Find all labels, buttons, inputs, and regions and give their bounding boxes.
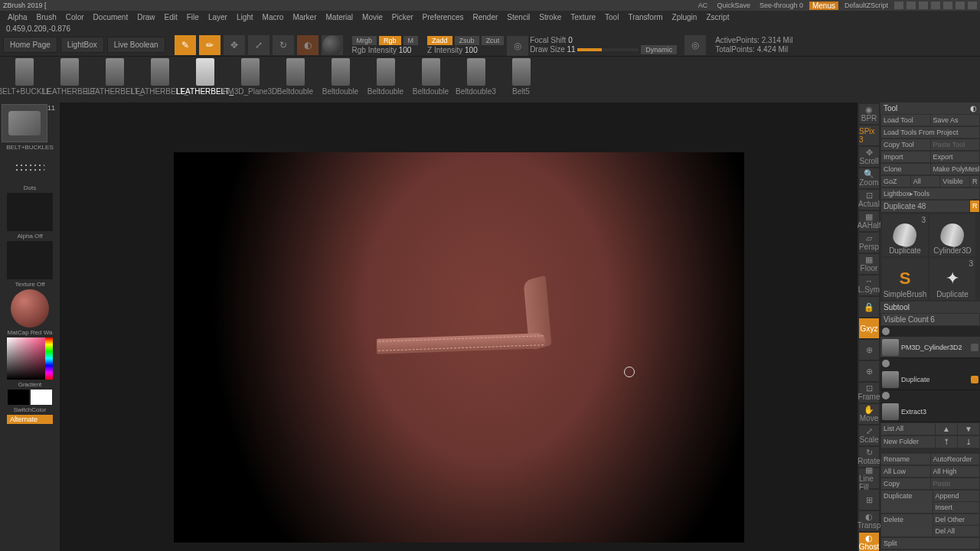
- stroke-preview[interactable]: [7, 152, 53, 183]
- lightbox-tools-button[interactable]: Lightbox▸Tools: [881, 188, 979, 199]
- axis-icon[interactable]: ⊕: [859, 361, 879, 381]
- dynamic-button[interactable]: Dynamic: [641, 45, 677, 54]
- m-button[interactable]: M: [403, 36, 419, 45]
- floor-button[interactable]: ▦Floor: [859, 254, 879, 274]
- lock-button[interactable]: 🔒: [859, 297, 879, 317]
- color-picker[interactable]: [7, 337, 53, 380]
- menu-preferences[interactable]: Preferences: [418, 13, 469, 21]
- brush-thumb[interactable]: Belt5: [500, 58, 542, 99]
- scale-button[interactable]: ⤢Scale: [859, 425, 879, 445]
- menu-tool[interactable]: Tool: [600, 13, 623, 21]
- menu-picker[interactable]: Picker: [387, 13, 418, 21]
- menu-alpha[interactable]: Alpha: [3, 13, 32, 21]
- lsym-button[interactable]: ↔L.Sym: [859, 276, 879, 295]
- eye-icon[interactable]: [971, 376, 978, 383]
- liveboolean-button[interactable]: Live Boolean: [107, 37, 165, 53]
- gradient-label[interactable]: Gradient: [2, 381, 58, 388]
- swatch-secondary[interactable]: [31, 390, 52, 405]
- import-button[interactable]: Import: [881, 152, 930, 162]
- menu-layer[interactable]: Layer: [204, 13, 232, 21]
- visibility-icon[interactable]: [882, 328, 890, 335]
- down-all-button[interactable]: ⤓: [958, 436, 979, 448]
- pastetool-button[interactable]: Paste Tool: [931, 139, 980, 150]
- canvas-3d[interactable]: [174, 152, 744, 543]
- menu-color[interactable]: Color: [61, 13, 89, 21]
- rotate-button[interactable]: ↻Rotate: [859, 447, 879, 467]
- allhigh-button[interactable]: All High: [931, 466, 980, 477]
- bpr-button[interactable]: ◉BPR: [859, 104, 879, 124]
- hue-bar[interactable]: [45, 337, 53, 380]
- spix-button[interactable]: SPix 3: [859, 126, 879, 145]
- subtool-item[interactable]: PM3D_Cylinder3D2: [880, 337, 980, 358]
- autoreorder-button[interactable]: AutoReorder: [931, 454, 980, 465]
- menu-file[interactable]: File: [182, 13, 204, 21]
- edit-mode-button[interactable]: ✎: [175, 35, 196, 55]
- brush-thumb[interactable]: LEATHERBELT_: [93, 58, 136, 99]
- menus-toggle[interactable]: Menus: [809, 2, 838, 10]
- copy-button[interactable]: Copy: [881, 478, 930, 489]
- rgb-intensity-value[interactable]: 100: [399, 46, 412, 54]
- scale-mode-button[interactable]: ⤢: [248, 35, 270, 55]
- up-all-button[interactable]: ⤒: [936, 436, 957, 448]
- clone-button[interactable]: Clone: [881, 164, 930, 174]
- rename-button[interactable]: Rename: [881, 454, 930, 465]
- z-intensity-value[interactable]: 100: [465, 46, 478, 54]
- layout-icon[interactable]: [894, 2, 903, 9]
- menu-stencil[interactable]: Stencil: [502, 13, 534, 21]
- delother-button[interactable]: Del Other: [933, 514, 980, 525]
- newfolder-button[interactable]: New Folder: [881, 436, 935, 448]
- switchcolor-button[interactable]: SwitchColor: [2, 406, 58, 413]
- draw-size-slider[interactable]: [577, 48, 639, 51]
- visibility-icon[interactable]: [882, 392, 890, 399]
- r-button[interactable]: R: [970, 176, 979, 187]
- loadtool-button[interactable]: Load Tool: [881, 115, 930, 126]
- focal-ring-icon[interactable]: ◎: [507, 36, 528, 56]
- zoom-button[interactable]: 🔍Zoom: [859, 168, 879, 188]
- transp-button[interactable]: ◐Transp: [859, 511, 879, 531]
- alllow-button[interactable]: All Low: [881, 466, 930, 477]
- seethrough-slider[interactable]: See-through 0: [756, 2, 806, 9]
- append-button[interactable]: Append: [933, 491, 980, 501]
- home-button[interactable]: Home Page: [3, 37, 57, 53]
- menu-edit[interactable]: Edit: [160, 13, 182, 21]
- delall-button[interactable]: Del All: [933, 526, 980, 536]
- close-icon[interactable]: [968, 2, 977, 9]
- brush-thumb[interactable]: LEATHERBELT_: [184, 58, 226, 99]
- menu-macro[interactable]: Macro: [258, 13, 289, 21]
- zcut-button[interactable]: Zcut: [482, 36, 505, 45]
- menu-draw[interactable]: Draw: [132, 13, 159, 21]
- lightbox-button[interactable]: LightBox: [60, 37, 104, 53]
- collapse-icon[interactable]: ◐: [970, 104, 977, 112]
- draw-mode-button[interactable]: ✏: [199, 35, 220, 55]
- zsub-button[interactable]: Zsub: [455, 36, 479, 45]
- grid-icon[interactable]: ⊞: [859, 490, 879, 510]
- insert-button[interactable]: Insert: [933, 502, 980, 513]
- visibility-icon[interactable]: [882, 360, 890, 367]
- alternate-button[interactable]: Alternate: [7, 415, 53, 424]
- menu-texture[interactable]: Texture: [566, 13, 600, 21]
- mrgb-button[interactable]: Mrgb: [352, 36, 377, 45]
- paste-button[interactable]: Paste: [931, 478, 980, 489]
- actual-button[interactable]: ⊡Actual: [859, 190, 879, 210]
- menu-marker[interactable]: Marker: [288, 13, 321, 21]
- split-button[interactable]: Split: [881, 538, 979, 549]
- zscript-label[interactable]: DefaultZScript: [841, 2, 891, 9]
- export-button[interactable]: Export: [931, 152, 980, 162]
- gizmo-button[interactable]: ◐: [297, 35, 318, 55]
- maximize-icon[interactable]: [956, 2, 965, 9]
- texture-preview[interactable]: [7, 241, 53, 279]
- makepm3d-button[interactable]: Make PolyMesh3D: [931, 164, 980, 174]
- down-button[interactable]: ▼: [958, 423, 979, 435]
- layout-icon[interactable]: [906, 2, 916, 9]
- brush-thumb[interactable]: Beltdouble: [319, 58, 361, 99]
- rgb-button[interactable]: Rgb: [379, 36, 401, 45]
- copytool-button[interactable]: Copy Tool: [881, 139, 930, 150]
- brush-thumb[interactable]: Beltdouble: [274, 58, 316, 99]
- duplicate-slider[interactable]: Duplicate 48: [881, 201, 969, 212]
- tool-cell[interactable]: 3✦Duplicate: [929, 258, 975, 300]
- brush-thumb[interactable]: Beltdouble: [364, 58, 407, 99]
- menu-transform[interactable]: Transform: [623, 13, 667, 21]
- menu-light[interactable]: Light: [232, 13, 258, 21]
- loadproject-button[interactable]: Load Tools From Project: [881, 127, 979, 138]
- alpha-preview[interactable]: [7, 193, 53, 231]
